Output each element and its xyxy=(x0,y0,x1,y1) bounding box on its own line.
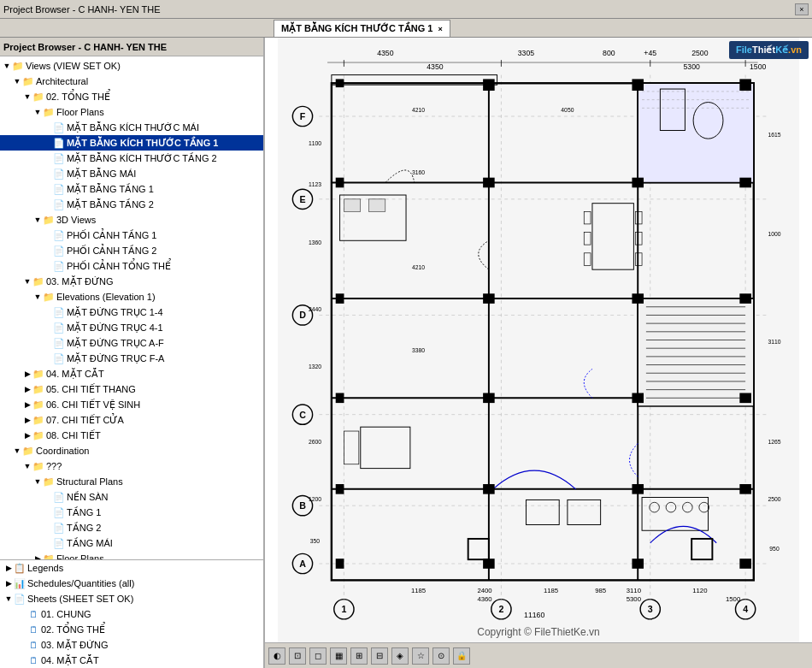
title-close-button[interactable]: × xyxy=(795,3,809,15)
tree-item-3d-views[interactable]: ▼📁3D Views xyxy=(0,212,263,228)
svg-text:800: 800 xyxy=(603,49,615,57)
tree-item-mat-dung-a-f[interactable]: 📄MẶT ĐỨNG TRỤC A-F xyxy=(0,335,263,351)
expander-08-chi-tiet[interactable]: ▶ xyxy=(22,430,32,440)
tree-item-mat-bang-tang1[interactable]: 📄MẶT BẰNG KÍCH THƯỚC TẦNG 1 xyxy=(0,135,263,151)
svg-text:1: 1 xyxy=(341,604,346,614)
expander-elevations[interactable]: ▼ xyxy=(32,292,43,302)
expander-coord-sub[interactable]: ▼ xyxy=(22,461,32,471)
tree-item-04-mat-cat[interactable]: ▶📁04. MẶT CẮT xyxy=(0,366,263,381)
sheets-item[interactable]: ▼ 📄 Sheets (SHEET SET OK) xyxy=(0,591,263,606)
tree-item-mat-bang-mai2[interactable]: 📄MẶT BẰNG MÁI xyxy=(0,166,263,181)
tree-item-mat-bang-mai[interactable]: 📄MẶT BẰNG KÍCH THƯỚC MÁI xyxy=(0,120,263,135)
expander-07-chi-tiet-cua[interactable]: ▶ xyxy=(22,415,32,425)
tree-item-structural-plans[interactable]: ▼📁Structural Plans xyxy=(0,474,263,489)
status-icon-9[interactable]: ⊙ xyxy=(432,647,450,665)
label-coord-sub: ??? xyxy=(46,461,62,471)
tree-item-mat-dung-f-a[interactable]: 📄MẶT ĐỨNG TRỤC F-A xyxy=(0,351,263,366)
status-icon-1[interactable]: ◐ xyxy=(268,647,285,665)
schedules-expander[interactable]: ▶ xyxy=(3,578,14,588)
status-icon-6[interactable]: ⊟ xyxy=(371,647,388,665)
status-icon-2[interactable]: ⊡ xyxy=(289,647,306,665)
tree-item-views[interactable]: ▼📁Views (VIEW SET OK) xyxy=(0,58,263,74)
sheet-03-item[interactable]: 🗒 03. MẶT ĐỨNG xyxy=(0,637,263,653)
status-icon-3[interactable]: ◻ xyxy=(309,647,327,665)
status-icons: ◐ ⊡ ◻ ▦ ⊞ ⊟ ◈ ☆ ⊙ 🔒 xyxy=(268,647,470,665)
icon-tang1: 📄 xyxy=(53,506,65,518)
expander-coord-floor-plans[interactable]: ▶ xyxy=(32,553,43,559)
expander-02-tong-the[interactable]: ▼ xyxy=(22,92,32,102)
label-08-chi-tiet: 08. CHI TIẾT xyxy=(46,430,101,441)
expander-06-chi-tiet-ve-sinh[interactable]: ▶ xyxy=(22,399,32,410)
tree-item-mat-bang-tang1b[interactable]: 📄MẶT BẰNG TẦNG 1 xyxy=(0,181,263,197)
expander-views[interactable]: ▼ xyxy=(2,61,12,71)
tree-item-08-chi-tiet[interactable]: ▶📁08. CHI TIẾT xyxy=(0,428,263,443)
tree-item-tang-mai[interactable]: 📄TẦNG MÁI xyxy=(0,535,263,551)
sheet-02-icon: 🗒 xyxy=(27,624,39,635)
tree-item-nen-san[interactable]: 📄NỀN SÀN xyxy=(0,489,263,505)
expander-04-mat-cat[interactable]: ▶ xyxy=(22,369,32,379)
expander-structural-plans[interactable]: ▼ xyxy=(32,476,43,487)
sheet-04-item[interactable]: 🗒 04. MẶT CẮT xyxy=(0,653,263,668)
sheet-04-expander xyxy=(17,655,27,665)
label-04-mat-cat: 04. MẶT CẮT xyxy=(46,369,104,380)
expander-03-mat-dung[interactable]: ▼ xyxy=(22,276,32,287)
svg-rect-115 xyxy=(483,178,495,188)
svg-rect-122 xyxy=(336,393,344,403)
tab-mat-bang-tang1[interactable]: MẶT BẰNG KÍCH THƯỚC TẦNG 1 × xyxy=(274,20,450,37)
expander-coordination[interactable]: ▼ xyxy=(12,446,22,456)
expander-3d-views[interactable]: ▼ xyxy=(32,215,43,225)
tree-item-tang1[interactable]: 📄TẦNG 1 xyxy=(0,505,263,520)
tree-item-07-chi-tiet-cua[interactable]: ▶📁07. CHI TIẾT CỬA xyxy=(0,412,263,428)
tree-item-floor-plans[interactable]: ▼📁Floor Plans xyxy=(0,104,263,120)
sheet-02-item[interactable]: 🗒 02. TỔNG THỂ xyxy=(0,622,263,637)
status-icon-10[interactable]: 🔒 xyxy=(453,647,470,665)
floor-plan-svg: 4350 3305 800 +45 2500 1350 4350 5300 15… xyxy=(265,38,812,642)
expander-floor-plans[interactable]: ▼ xyxy=(32,107,43,117)
tree-item-tang2[interactable]: 📄TẦNG 2 xyxy=(0,520,263,535)
label-views: Views (VIEW SET OK) xyxy=(26,61,121,71)
sheet-01-item[interactable]: 🗒 01. CHUNG xyxy=(0,606,263,622)
label-mat-bang-tang1b: MẶT BẰNG TẦNG 1 xyxy=(67,184,154,195)
legends-item[interactable]: ▶ 📋 Legends xyxy=(0,560,263,576)
tree-item-coord-sub[interactable]: ▼📁??? xyxy=(0,458,263,474)
tree-item-elevations[interactable]: ▼📁Elevations (Elevation 1) xyxy=(0,289,263,304)
tree-item-06-chi-tiet-ve-sinh[interactable]: ▶📁06. CHI TIẾT VỆ SINH xyxy=(0,397,263,412)
status-icon-5[interactable]: ⊞ xyxy=(350,647,368,665)
main-layout: Project Browser - C HANH- YEN THE ▼📁View… xyxy=(0,38,812,668)
tree-item-phoi-canh-tang2[interactable]: 📄PHỐI CẢNH TẦNG 2 xyxy=(0,243,263,258)
label-elevations: Elevations (Elevation 1) xyxy=(56,292,156,302)
tab-close-button[interactable]: × xyxy=(438,25,442,33)
tree-item-mat-bang-tang2b[interactable]: 📄MẶT BẰNG TẦNG 2 xyxy=(0,197,263,212)
svg-text:2600: 2600 xyxy=(309,439,321,445)
icon-04-mat-cat: 📁 xyxy=(32,368,44,380)
tree-item-coord-floor-plans[interactable]: ▶📁Floor Plans xyxy=(0,551,263,559)
status-icon-4[interactable]: ▦ xyxy=(330,647,347,665)
drawing-canvas[interactable]: 4350 3305 800 +45 2500 1350 4350 5300 15… xyxy=(265,38,812,642)
status-icon-8[interactable]: ☆ xyxy=(412,647,429,665)
expander-05-chi-tiet-thang[interactable]: ▶ xyxy=(22,384,32,394)
sheets-expander[interactable]: ▼ xyxy=(3,594,14,604)
tree-item-coordination[interactable]: ▼📁Coordination xyxy=(0,443,263,458)
tree-item-05-chi-tiet-thang[interactable]: ▶📁05. CHI TIẾT THANG xyxy=(0,381,263,397)
schedules-item[interactable]: ▶ 📊 Schedules/Quantities (all) xyxy=(0,576,263,591)
tree-item-arch[interactable]: ▼📁Architectural xyxy=(0,74,263,89)
tree-item-mat-bang-tang2[interactable]: 📄MẶT BẰNG KÍCH THƯỚC TẦNG 2 xyxy=(0,151,263,166)
tree-item-phoi-canh-tong-the[interactable]: 📄PHỐI CẢNH TỔNG THỂ xyxy=(0,258,263,274)
svg-text:1200: 1200 xyxy=(309,496,321,502)
tree-container[interactable]: ▼📁Views (VIEW SET OK)▼📁Architectural▼📁02… xyxy=(0,56,263,559)
svg-text:1265: 1265 xyxy=(768,439,780,445)
tree-item-phoi-canh-tang1[interactable]: 📄PHỐI CẢNH TẦNG 1 xyxy=(0,228,263,243)
tree-item-mat-dung-4-1[interactable]: 📄MẶT ĐỨNG TRỤC 4-1 xyxy=(0,320,263,335)
legends-expander[interactable]: ▶ xyxy=(3,563,14,573)
tree-item-mat-dung-1-4[interactable]: 📄MẶT ĐỨNG TRỤC 1-4 xyxy=(0,304,263,320)
expander-arch[interactable]: ▼ xyxy=(12,76,22,86)
svg-rect-126 xyxy=(336,484,344,494)
tree-item-03-mat-dung[interactable]: ▼📁03. MẶT ĐỨNG xyxy=(0,274,263,289)
title-text: Project Browser - C HANH- YEN THE xyxy=(3,4,795,15)
status-icon-7[interactable]: ◈ xyxy=(391,647,409,665)
sheet-03-icon: 🗒 xyxy=(27,639,39,651)
drawing-panel[interactable]: FileThiếtKế.vn 4350 3305 800 +45 2500 13… xyxy=(265,38,812,668)
icon-mat-bang-tang2: 📄 xyxy=(53,152,65,164)
tree-item-02-tong-the[interactable]: ▼📁02. TỔNG THỂ xyxy=(0,89,263,104)
svg-text:F: F xyxy=(300,111,306,121)
